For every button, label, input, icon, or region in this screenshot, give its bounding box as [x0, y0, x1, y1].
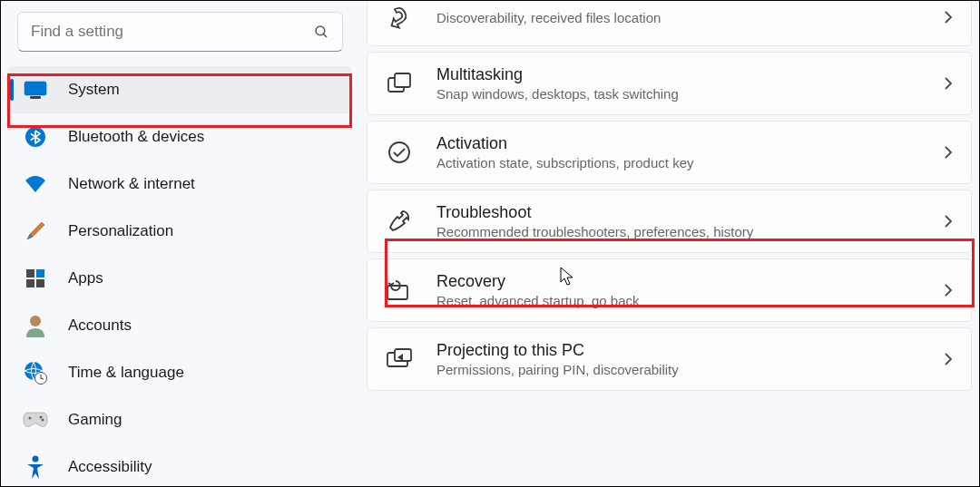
share-icon — [384, 2, 415, 33]
sidebar-item-bluetooth[interactable]: Bluetooth & devices — [8, 113, 352, 161]
svg-rect-19 — [387, 286, 407, 299]
search-icon — [313, 24, 329, 40]
sidebar-item-label: Personalization — [68, 222, 173, 240]
chevron-right-icon — [942, 8, 955, 26]
recovery-icon — [384, 275, 415, 306]
svg-rect-8 — [36, 279, 44, 287]
card-projecting[interactable]: Projecting to this PC Permissions, pairi… — [367, 327, 972, 391]
svg-point-0 — [316, 26, 325, 35]
svg-rect-7 — [26, 279, 34, 287]
sidebar-item-gaming[interactable]: Gaming — [8, 396, 352, 443]
wrench-icon — [384, 206, 415, 237]
sidebar-item-label: Gaming — [68, 411, 122, 429]
checkmark-circle-icon — [384, 137, 415, 168]
settings-main: Nearby sharing Discoverability, received… — [359, 1, 979, 486]
card-activation[interactable]: Activation Activation state, subscriptio… — [367, 121, 972, 184]
gamepad-icon — [23, 407, 48, 433]
chevron-right-icon — [942, 74, 955, 93]
svg-point-14 — [42, 419, 44, 422]
bluetooth-icon — [23, 124, 48, 150]
chevron-right-icon — [942, 212, 955, 230]
sidebar-item-label: Bluetooth & devices — [68, 128, 204, 146]
card-subtitle: Reset, advanced startup, go back — [436, 293, 639, 308]
settings-sidebar: System Bluetooth & devices Network & int… — [1, 1, 359, 486]
svg-rect-17 — [395, 73, 410, 87]
sidebar-item-label: Accounts — [68, 317, 132, 335]
multitask-icon — [384, 68, 415, 99]
globe-clock-icon — [23, 360, 48, 385]
person-icon — [23, 313, 48, 338]
wifi-icon — [23, 171, 48, 197]
svg-rect-5 — [26, 269, 34, 278]
projecting-icon — [384, 344, 415, 375]
svg-rect-6 — [36, 269, 44, 278]
sidebar-item-label: Apps — [68, 269, 103, 287]
svg-rect-3 — [30, 96, 41, 99]
svg-point-9 — [30, 316, 41, 326]
svg-line-1 — [323, 34, 327, 37]
sidebar-item-network[interactable]: Network & internet — [8, 161, 352, 208]
sidebar-item-label: Accessibility — [68, 458, 152, 476]
card-title: Recovery — [436, 272, 639, 291]
svg-point-13 — [40, 416, 43, 419]
search-input-wrap[interactable] — [17, 12, 343, 52]
sidebar-item-apps[interactable]: Apps — [8, 255, 352, 302]
card-title: Activation — [436, 134, 693, 153]
accessibility-icon — [23, 454, 48, 480]
sidebar-item-personalization[interactable]: Personalization — [8, 208, 352, 255]
card-title: Projecting to this PC — [436, 341, 679, 360]
card-subtitle: Snap windows, desktops, task switching — [436, 86, 679, 102]
card-multitasking[interactable]: Multitasking Snap windows, desktops, tas… — [367, 52, 972, 115]
search-input[interactable] — [31, 23, 313, 41]
card-recovery[interactable]: Recovery Reset, advanced startup, go bac… — [367, 258, 972, 322]
sidebar-item-accessibility[interactable]: Accessibility — [8, 443, 352, 487]
chevron-right-icon — [942, 350, 955, 368]
sidebar-item-time[interactable]: Time & language — [8, 349, 352, 396]
monitor-icon — [23, 77, 48, 102]
card-title: Multitasking — [436, 65, 679, 84]
card-title: Troubleshoot — [436, 203, 753, 222]
sidebar-item-accounts[interactable]: Accounts — [8, 302, 352, 349]
sidebar-item-label: System — [68, 81, 120, 99]
svg-point-18 — [389, 142, 409, 162]
chevron-right-icon — [942, 143, 955, 161]
svg-point-12 — [29, 417, 32, 420]
card-subtitle: Recommended troubleshooters, preferences… — [436, 224, 753, 239]
card-troubleshoot[interactable]: Troubleshoot Recommended troubleshooters… — [367, 190, 972, 253]
card-subtitle: Activation state, subscriptions, product… — [436, 155, 693, 170]
card-subtitle: Discoverability, received files location — [436, 10, 661, 25]
card-subtitle: Permissions, pairing PIN, discoverabilit… — [436, 362, 679, 377]
sidebar-item-label: Time & language — [68, 364, 184, 382]
sidebar-item-system[interactable]: System — [8, 66, 352, 113]
svg-point-15 — [33, 456, 39, 463]
chevron-right-icon — [942, 281, 955, 299]
card-nearby-sharing[interactable]: Nearby sharing Discoverability, received… — [367, 1, 972, 46]
paintbrush-icon — [23, 219, 48, 244]
svg-rect-2 — [24, 82, 46, 95]
sidebar-item-label: Network & internet — [68, 175, 195, 193]
apps-icon — [23, 266, 48, 291]
